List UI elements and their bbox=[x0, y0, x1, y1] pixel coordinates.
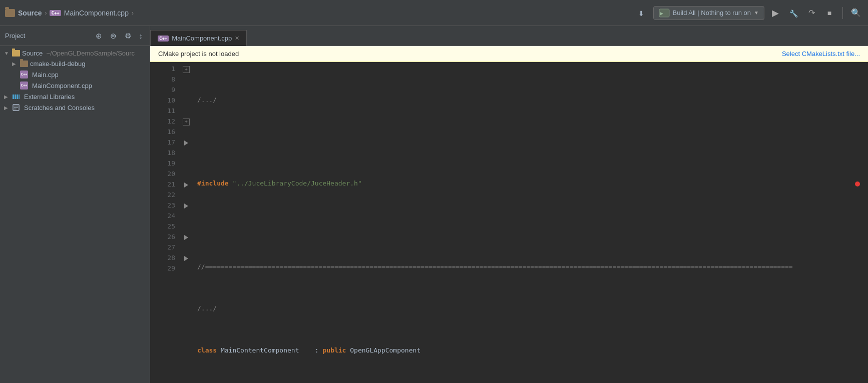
libraries-icon bbox=[12, 92, 20, 100]
sidebar-title: Project bbox=[5, 32, 90, 40]
sidebar-filter-icon[interactable]: ⊜ bbox=[108, 30, 119, 42]
code-line-11: //======================================… bbox=[197, 262, 868, 272]
fold-marker-26[interactable] bbox=[180, 232, 192, 242]
code-editor[interactable]: 1 8 9 10 11 12 16 17 18 19 20 21 22 23 2… bbox=[150, 62, 868, 383]
breadcrumb-file: MainComponent.cpp bbox=[64, 9, 129, 17]
tab-cpp-badge: C++ bbox=[158, 36, 169, 42]
sidebar: Project ⊕ ⊜ ⚙ ↕ ▼ Source ~/OpenGLDemoSam… bbox=[0, 26, 150, 383]
tree-item-maincomponent-cpp[interactable]: C++ MainComponent.cpp bbox=[0, 80, 150, 91]
tab-bar: C++ MainComponent.cpp ✕ bbox=[150, 26, 868, 46]
fold-marker-12[interactable]: + bbox=[180, 116, 192, 127]
search-button[interactable]: 🔍 bbox=[849, 6, 863, 20]
code-content[interactable]: /.../ #include "../JuceLibraryCode/JuceH… bbox=[192, 62, 868, 383]
svg-rect-6 bbox=[17, 94, 18, 99]
tree-item-external-libs[interactable]: ▶ External Libraries bbox=[0, 91, 150, 102]
sidebar-settings-icon[interactable]: ⊕ bbox=[94, 30, 104, 42]
main-area: Project ⊕ ⊜ ⚙ ↕ ▼ Source ~/OpenGLDemoSam… bbox=[0, 26, 868, 383]
download-icon-btn[interactable]: ⬇ bbox=[635, 6, 649, 20]
breadcrumb: Source › C++ MainComponent.cpp › bbox=[5, 9, 134, 17]
expand-arrow-ext-libs: ▶ bbox=[4, 94, 10, 100]
code-line-8 bbox=[197, 137, 868, 148]
editor-area: C++ MainComponent.cpp ✕ CMake project is… bbox=[150, 26, 868, 383]
code-line-10 bbox=[197, 220, 868, 231]
svg-rect-4 bbox=[13, 94, 14, 99]
svg-text:🔧: 🔧 bbox=[789, 10, 798, 18]
fold-marker-1[interactable]: + bbox=[180, 64, 192, 74]
tree-item-main-cpp[interactable]: C++ Main.cpp bbox=[0, 69, 150, 80]
tree-item-cmake-build[interactable]: ▶ cmake-build-debug bbox=[0, 58, 150, 69]
tab-close-button[interactable]: ✕ bbox=[235, 35, 239, 42]
svg-rect-5 bbox=[15, 94, 16, 99]
fold-marker-17[interactable] bbox=[180, 138, 192, 148]
maincomponent-cpp-label: MainComponent.cpp bbox=[32, 82, 92, 90]
fold-marker-21[interactable] bbox=[180, 180, 192, 190]
cmake-select-link[interactable]: Select CMakeLists.txt file... bbox=[782, 50, 860, 58]
svg-rect-7 bbox=[19, 94, 20, 99]
cmake-build-label: cmake-build-debug bbox=[30, 60, 86, 68]
gutter: + + bbox=[180, 62, 192, 383]
expand-arrow-cmake: ▶ bbox=[12, 61, 18, 66]
source-folder-icon bbox=[12, 50, 20, 56]
tab-label: MainComponent.cpp bbox=[172, 34, 232, 42]
code-line-9: #include "../JuceLibraryCode/JuceHeader.… bbox=[197, 178, 868, 189]
code-line-1: /.../ bbox=[197, 95, 868, 106]
sidebar-header: Project ⊕ ⊜ ⚙ ↕ bbox=[0, 26, 150, 46]
step-over-icon[interactable]: ↷ bbox=[804, 6, 818, 20]
expand-arrow-source: ▼ bbox=[4, 50, 10, 56]
source-root-label: Source ~/OpenGLDemoSample/Sourc bbox=[22, 50, 135, 57]
maincomponent-cpp-icon: C++ bbox=[20, 82, 28, 90]
build-all-label: Build All | Nothing to run on bbox=[673, 9, 751, 16]
fold-marker-28[interactable] bbox=[180, 253, 192, 264]
scratches-icon bbox=[12, 104, 20, 112]
external-libs-label: External Libraries bbox=[24, 93, 75, 100]
main-cpp-label: Main.cpp bbox=[32, 71, 59, 78]
sidebar-gear-icon[interactable]: ⚙ bbox=[123, 30, 133, 42]
cmake-folder-icon bbox=[20, 60, 28, 67]
tree-item-source-root[interactable]: ▼ Source ~/OpenGLDemoSample/Sourc bbox=[0, 48, 150, 58]
folder-icon bbox=[5, 9, 15, 17]
breadcrumb-source: Source bbox=[18, 9, 42, 17]
breadcrumb-sep1: › bbox=[45, 10, 47, 16]
main-cpp-icon: C++ bbox=[20, 70, 28, 78]
scratches-label: Scratches and Consoles bbox=[24, 104, 95, 112]
run-button[interactable]: ▶ bbox=[768, 6, 782, 20]
breadcrumb-sep2: › bbox=[132, 10, 134, 16]
fold-marker-23[interactable] bbox=[180, 200, 192, 211]
tab-maincomponent[interactable]: C++ MainComponent.cpp ✕ bbox=[150, 30, 247, 46]
error-indicator bbox=[855, 182, 860, 186]
build-all-button[interactable]: ▶ Build All | Nothing to run on ▼ bbox=[653, 6, 765, 20]
svg-text:▶: ▶ bbox=[660, 10, 663, 16]
sidebar-layout-icon[interactable]: ↕ bbox=[137, 30, 145, 41]
code-line-16: class MainContentComponent : public Open… bbox=[197, 346, 868, 356]
tree-item-scratches[interactable]: ▶ Scratches and Consoles bbox=[0, 102, 150, 113]
toolbar-right: ⬇ ▶ Build All | Nothing to run on ▼ ▶ 🔧 … bbox=[635, 6, 863, 20]
code-line-12: /.../ bbox=[197, 304, 868, 314]
cmake-message: CMake project is not loaded bbox=[158, 50, 239, 58]
build-dropdown-arrow: ▼ bbox=[754, 10, 759, 16]
cmake-notification-bar: CMake project is not loaded Select CMake… bbox=[150, 46, 868, 62]
cpp-badge-1: C++ bbox=[50, 10, 61, 16]
debug-icon[interactable]: 🔧 bbox=[786, 6, 800, 20]
line-numbers: 1 8 9 10 11 12 16 17 18 19 20 21 22 23 2… bbox=[150, 62, 180, 383]
top-toolbar: Source › C++ MainComponent.cpp › ⬇ ▶ Bui… bbox=[0, 0, 868, 26]
stop-button[interactable]: ■ bbox=[822, 6, 836, 20]
svg-text:⬇: ⬇ bbox=[638, 10, 644, 18]
sidebar-tree: ▼ Source ~/OpenGLDemoSample/Sourc ▶ cmak… bbox=[0, 46, 150, 383]
expand-arrow-scratches: ▶ bbox=[4, 105, 10, 110]
